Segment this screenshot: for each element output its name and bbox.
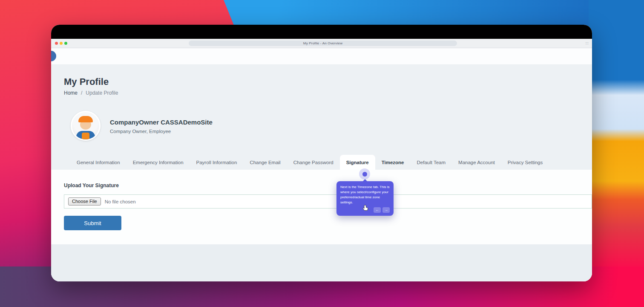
page-title: My Profile — [64, 76, 579, 88]
window-resize-icon[interactable]: ∷ — [586, 41, 588, 46]
tab-general-information[interactable]: General Information — [70, 155, 126, 170]
page-head: My Profile Home / Update Profile Company… — [51, 65, 592, 170]
wallpaper-right-bands — [589, 0, 644, 307]
tab-timezone[interactable]: Timezone — [375, 155, 411, 170]
close-window-button[interactable] — [55, 42, 58, 45]
submit-button[interactable]: Submit — [64, 216, 121, 230]
site-logo-partial — [51, 51, 56, 61]
tab-payroll-information[interactable]: Payroll Information — [190, 155, 244, 170]
tab-change-email[interactable]: Change Email — [243, 155, 287, 170]
file-chosen-status: No file chosen — [105, 199, 136, 204]
profile-page: My Profile Home / Update Profile Company… — [51, 65, 592, 281]
breadcrumb-current: Update Profile — [86, 90, 118, 96]
tour-tooltip-text: Next is the Timezone tab. This is where … — [340, 185, 390, 205]
profile-text: CompanyOwner CASSADemoSite Company Owner… — [110, 118, 213, 134]
tab-manage-account[interactable]: Manage Account — [452, 155, 501, 170]
tab-signature[interactable]: Signature — [340, 155, 375, 170]
tab-emergency-information[interactable]: Emergency Information — [126, 155, 190, 170]
tour-beacon-dot — [362, 172, 367, 177]
tab-default-team[interactable]: Default Team — [411, 155, 452, 170]
breadcrumb-separator: / — [81, 90, 82, 96]
zoom-window-button[interactable] — [64, 42, 67, 45]
tour-next-button[interactable]: → — [382, 207, 390, 213]
app-window: My Profile - An Overview ∷ My Profile Ho… — [51, 25, 592, 281]
upload-signature-label: Upload Your Signature — [64, 182, 592, 188]
profile-tabs: General Information Emergency Informatio… — [64, 155, 579, 170]
tour-back-button[interactable]: ← — [374, 207, 381, 213]
profile-roles: Company Owner, Employee — [110, 129, 213, 134]
profile-summary: CompanyOwner CASSADemoSite Company Owner… — [71, 111, 579, 141]
cursor-pointer-icon — [362, 205, 369, 212]
window-top-black-bar — [51, 25, 592, 39]
window-titlebar: My Profile - An Overview ∷ — [51, 39, 592, 48]
breadcrumb-home-link[interactable]: Home — [64, 90, 78, 96]
signature-file-input[interactable]: Choose File No file chosen — [64, 194, 592, 209]
breadcrumb: Home / Update Profile — [64, 90, 579, 96]
avatar-helmet-shape — [78, 116, 93, 122]
profile-name: CompanyOwner CASSADemoSite — [110, 118, 213, 127]
titlebar-pill: My Profile - An Overview — [189, 41, 457, 46]
window-title: My Profile - An Overview — [303, 41, 342, 45]
tab-change-password[interactable]: Change Password — [287, 155, 340, 170]
site-header — [51, 48, 592, 65]
minimize-window-button[interactable] — [60, 42, 63, 45]
tab-privacy-settings[interactable]: Privacy Settings — [501, 155, 549, 170]
choose-file-button[interactable]: Choose File — [68, 197, 101, 206]
desktop: My Profile - An Overview ∷ My Profile Ho… — [0, 0, 644, 307]
tour-beacon[interactable] — [359, 168, 370, 180]
avatar-vest-shape — [82, 133, 89, 141]
signature-panel: Upload Your Signature Choose File No fil… — [51, 170, 592, 244]
traffic-lights — [55, 42, 67, 45]
avatar — [71, 111, 101, 141]
page-footer-space — [51, 244, 592, 281]
